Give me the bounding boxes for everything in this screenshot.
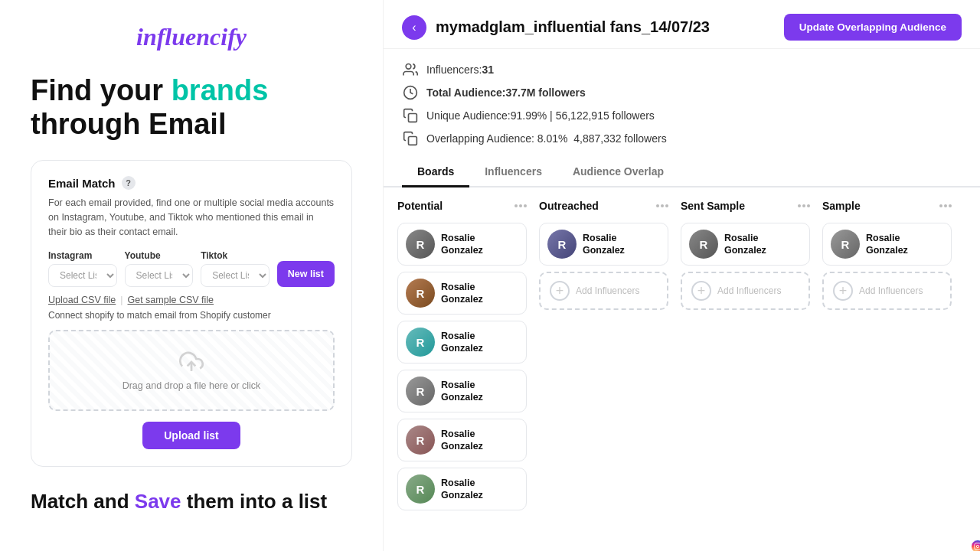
headline-accent: brands [172,74,269,106]
list-item: R Rosalie Gonzalez [539,223,668,266]
youtube-group: Youtube Select List [125,250,194,287]
add-influencer-button[interactable]: + Add Influencers [539,272,668,310]
list-item: R Rosalie Gonzalez [397,272,527,315]
board-potential: Potential R Rosalie Gonzalez R Rosalie G… [391,198,533,510]
board-sent-sample-more[interactable] [798,204,810,207]
back-button[interactable]: ‹ [402,15,426,40]
clock-icon [402,84,419,101]
tab-audience-overlap[interactable]: Audience Overlap [557,158,679,187]
avatar: R [831,230,860,259]
stat-row-total: Total Audience:37.7M followers [402,81,962,104]
board-sample: Sample R Rosalie Gonzalez + Add Influenc… [816,198,958,310]
sample-csv-link[interactable]: Get sample CSV file [128,295,214,305]
page-title: mymadglam_influential fans_14/07/23 [436,18,710,36]
board-outreached-header: Outreached [539,198,668,217]
svg-point-1 [406,64,411,70]
tab-boards[interactable]: Boards [402,158,469,187]
stat-row-overlapping: Overlapping Audience: 8.01% 4,887,332 fo… [402,127,962,150]
add-influencer-label: Add Influencers [576,285,639,296]
top-bar-left: ‹ mymadglam_influential fans_14/07/23 [402,15,710,40]
svg-rect-4 [409,137,417,145]
influencers-icon [402,61,419,78]
copy-icon-2 [402,130,419,147]
tabs-bar: Boards Influencers Audience Overlap [384,158,980,187]
update-overlapping-button[interactable]: Update Overlapping Audience [784,14,962,41]
help-icon[interactable]: ? [122,176,136,190]
tab-influencers[interactable]: Influencers [469,158,557,187]
list-item: R Rosalie Gonzalez [681,223,810,266]
tiktok-label: Tiktok [201,250,270,261]
add-influencer-button[interactable]: + Add Influencers [681,272,810,310]
add-icon: + [550,281,570,301]
add-influencer-label: Add Influencers [859,285,923,296]
right-panel: ‹ mymadglam_influential fans_14/07/23 Up… [383,0,980,551]
back-icon: ‹ [412,21,416,34]
stat-row-unique: Unique Audience:91.99% | 56,122,915 foll… [402,104,962,127]
boards-area: Potential R Rosalie Gonzalez R Rosalie G… [384,187,980,551]
email-match-card: Email Match ? For each email provided, f… [31,160,352,466]
stat-overlapping-label: Overlapping Audience: 8.01% 4,887,332 fo… [426,132,667,145]
shopify-text: Connect shopify to match email from Shop… [48,310,335,321]
avatar: R [406,230,435,259]
card-header: Email Match ? [48,176,335,190]
stat-row-influencers: Influencers:31 [402,58,962,81]
upload-list-button[interactable]: Upload list [142,422,240,449]
stats-section: Influencers:31 Total Audience:37.7M foll… [384,49,980,153]
bottom-part2: them into a list [181,490,328,513]
card-title: Email Match [48,177,116,190]
board-sent-sample-title: Sent Sample [681,200,745,212]
list-item: R Rosalie Gonzalez [397,223,527,266]
bottom-headline: Match and Save them into a list [31,490,352,514]
dropzone[interactable]: Drag and drop a file here or click [48,330,335,411]
svg-rect-3 [409,114,417,122]
board-potential-more[interactable] [514,204,527,207]
pipe-divider: | [120,295,122,305]
avatar: R [406,474,435,504]
board-outreached: Outreached R Rosalie Gonzalez + Add Infl… [533,198,675,310]
add-influencer-button[interactable]: + Add Influencers [822,272,952,310]
bottom-accent: Save [135,490,181,513]
youtube-label: Youtube [125,250,194,261]
list-item: R Rosalie Gonzalez [397,321,527,364]
list-item: R Rosalie Gonzalez [397,468,527,510]
influencer-name: Rosalie Gonzalez [441,477,518,502]
board-potential-header: Potential [397,198,527,217]
youtube-select[interactable]: Select List [125,264,194,287]
board-sent-sample-header: Sent Sample [681,198,810,217]
stat-unique-label: Unique Audience:91.99% | 56,122,915 foll… [426,109,655,122]
influencer-name: Rosalie Gonzalez [441,281,518,306]
board-sent-sample: Sent Sample R Rosalie Gonzalez + Add Inf… [675,198,816,310]
copy-icon-1 [402,107,419,124]
board-outreached-more[interactable] [656,204,668,207]
headline-part2: through Email [31,108,226,140]
influencer-name: Rosalie Gonzalez [441,232,518,257]
list-item: R Rosalie Gonzalez [822,223,952,266]
avatar: R [406,377,435,406]
influencer-name: Rosalie Gonzalez [724,232,802,257]
list-item: R Rosalie Gonzalez [397,419,527,461]
headline: Find your brands through Email [31,74,352,141]
influencer-name: Rosalie Gonzalez [441,379,518,404]
avatar: R [406,425,435,455]
stat-total-label: Total Audience:37.7M followers [426,86,586,99]
board-sample-title: Sample [822,200,861,212]
tiktok-group: Tiktok Select List [201,250,270,287]
avatar: R [406,328,435,357]
tiktok-select[interactable]: Select List [201,264,270,287]
instagram-select[interactable]: Select List [48,264,117,287]
instagram-group: Instagram Select List [48,250,117,287]
new-list-button[interactable]: New list [277,261,335,287]
card-description: For each email provided, find one or mul… [48,196,335,239]
add-icon: + [833,281,853,301]
board-outreached-title: Outreached [539,200,599,212]
upload-icon [179,350,204,374]
board-sample-more[interactable] [939,204,952,207]
svg-point-23 [976,545,978,547]
upload-csv-link[interactable]: Upload CSV file [48,295,116,305]
stat-influencers-label: Influencers:31 [426,64,494,76]
bottom-part1: Match and [31,490,135,513]
avatar: R [689,230,718,259]
influencer-name: Rosalie Gonzalez [583,232,660,257]
influencer-name: Rosalie Gonzalez [441,428,518,453]
logo: influencify [31,23,352,51]
